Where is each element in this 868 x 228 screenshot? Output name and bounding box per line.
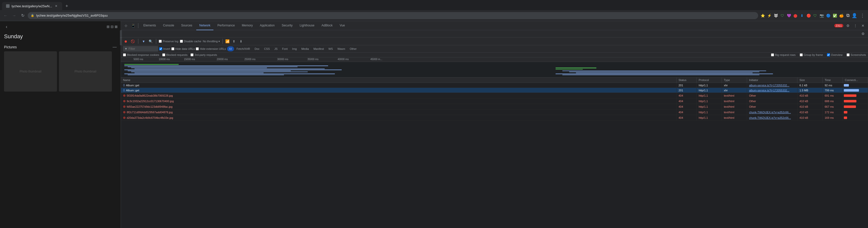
reload-button[interactable]: ↻ [19, 12, 26, 19]
third-party-checkbox[interactable] [190, 53, 193, 56]
search-button[interactable]: 🔍 [148, 38, 153, 44]
disable-cache-label[interactable]: Disable cache [180, 40, 201, 43]
ext-1-icon[interactable]: ⚡ [766, 12, 772, 19]
initiator-link[interactable]: chunk-TWjZ4JEX.js?v=a352c66... [749, 116, 791, 119]
tab-sources[interactable]: Sources [178, 21, 195, 30]
hide-ext-urls-checkbox[interactable] [196, 47, 199, 50]
blocked-response-cookies-label[interactable]: Blocked response cookies [123, 53, 159, 56]
import-button[interactable]: ⬆ [231, 38, 237, 44]
group-by-frame-checkbox[interactable] [800, 53, 803, 56]
tab-close-button[interactable]: ✕ [54, 4, 58, 8]
address-bar[interactable]: 🔒 lychee.test/gallery/w25wNjg8wzVS1_avi6… [28, 12, 758, 19]
grid-view-3-icon[interactable]: ⊠ [115, 25, 118, 29]
filter-toggle-button[interactable]: ▼ [141, 38, 146, 44]
filter-manifest-button[interactable]: Manifest [311, 46, 326, 51]
new-tab-button[interactable]: + [63, 2, 70, 9]
preserve-log-label[interactable]: Preserve log [159, 40, 178, 43]
hide-data-urls-checkbox[interactable] [171, 47, 174, 50]
table-row[interactable]: ⟨⟩ Album::get 201 http/1.1 xhr album-ser… [121, 88, 868, 93]
filter-fetchxhr-button[interactable]: Fetch/XHR [235, 46, 252, 51]
photo-thumbnail-1[interactable]: Photo thumbnail [4, 51, 57, 92]
ext-12-icon[interactable]: 🍊 [838, 12, 844, 19]
filter-all-button[interactable]: All [227, 46, 234, 51]
initiator-link[interactable]: album-service.ts?t=172055332... [749, 84, 789, 87]
tab-performance[interactable]: Performance [214, 21, 238, 30]
tab-adblock[interactable]: AdBlock [318, 21, 336, 30]
tab-memory[interactable]: Memory [239, 21, 256, 30]
hide-data-urls-label[interactable]: Hide data URLs [171, 47, 195, 50]
ext-2-icon[interactable]: 🐺 [773, 12, 779, 19]
screenshots-checkbox[interactable] [846, 53, 849, 56]
record-button[interactable]: ⏺ [123, 38, 128, 44]
initiator-link[interactable]: album-service.ts?t=172055332... [749, 89, 789, 92]
more-menu-button[interactable]: ⋮ [859, 12, 866, 19]
tab-application[interactable]: Application [257, 21, 278, 30]
filter-ws-button[interactable]: WS [326, 46, 335, 51]
extensions-button[interactable]: ⧉ [845, 12, 851, 19]
devtools-settings-button[interactable]: ⚙ [845, 23, 851, 29]
tab-lighthouse[interactable]: Lighthouse [297, 21, 317, 30]
profile-icon[interactable]: 👤 [851, 12, 858, 19]
table-row[interactable]: ⊗ 5f33f14da9a8622eab38b7069228.jpg 404 h… [121, 93, 868, 98]
devtools-device-toolbar[interactable]: 📱 [130, 23, 136, 29]
filter-doc-button[interactable]: Doc [253, 46, 262, 51]
screenshots-label[interactable]: Screenshots [846, 53, 866, 56]
filter-js-button[interactable]: JS [272, 46, 280, 51]
th-connection[interactable]: Connecti... [843, 77, 868, 83]
hide-ext-urls-label[interactable]: Hide extension URLs [196, 47, 226, 50]
blocked-response-cookies-checkbox[interactable] [123, 53, 126, 56]
th-type[interactable]: Type [722, 77, 747, 83]
th-status[interactable]: Status [677, 77, 697, 83]
table-row[interactable]: ⟨⟩ Album::get 201 http/1.1 xhr album-ser… [121, 83, 868, 88]
invert-checkbox[interactable] [159, 47, 162, 50]
ext-3-icon[interactable]: 🛡 [779, 12, 785, 19]
table-row[interactable]: ⊗ fd55ae222757d9dc123db8948fac.jpg 404 h… [121, 104, 868, 109]
table-row[interactable]: ⊗ d20da373da2c4b9c6704bc4fb33e.jpg 404 h… [121, 115, 868, 121]
export-button[interactable]: ⬇ [238, 38, 244, 44]
table-row[interactable]: ⊗ 8f2c711d0fd4dd529567add04878.jpg 404 h… [121, 109, 868, 115]
ext-8-icon[interactable]: 🛡 [812, 12, 818, 19]
devtools-dock-settings[interactable]: ⚙ [860, 31, 866, 37]
table-row[interactable]: ⊗ 9c3c1932a22912cc017130670400.jpg 404 h… [121, 98, 868, 104]
filter-input[interactable] [128, 47, 154, 51]
throttle-arrow[interactable]: ▾ [218, 40, 220, 43]
blocked-requests-checkbox[interactable] [162, 53, 165, 56]
filter-img-button[interactable]: Img [290, 46, 299, 51]
filter-wasm-button[interactable]: Wasm [335, 46, 347, 51]
grid-view-1-icon[interactable]: ⊞ [106, 25, 110, 29]
th-initiator[interactable]: Initiator [747, 77, 798, 83]
ext-5-icon[interactable]: ⬤ [793, 12, 799, 19]
bookmark-icon[interactable]: ⭐ [760, 12, 766, 19]
overview-label[interactable]: Overview [827, 53, 842, 56]
ext-10-icon[interactable]: 🔵 [825, 12, 831, 19]
ext-6-icon[interactable]: ⬇ [799, 12, 805, 19]
tab-security[interactable]: Security [279, 21, 296, 30]
filter-css-button[interactable]: CSS [262, 46, 272, 51]
lychee-back-button[interactable]: ‹ [3, 23, 10, 30]
invert-label[interactable]: Invert [159, 47, 170, 50]
disable-cache-checkbox[interactable] [180, 40, 183, 43]
ext-7-icon[interactable]: 🔴 [806, 12, 812, 19]
tab-elements[interactable]: Elements [140, 21, 159, 30]
active-tab[interactable]: lychee.test/gallery/w25wN... ✕ [2, 2, 62, 10]
tab-vue[interactable]: Vue [337, 21, 348, 30]
devtools-elements-picker[interactable]: ⊹ [123, 23, 129, 29]
th-time[interactable]: Time [823, 77, 843, 83]
big-request-rows-label[interactable]: Big request rows [771, 53, 796, 56]
initiator-link[interactable]: chunk-TWjZ4JEX.js?v=a352c66... [749, 111, 791, 114]
forward-button[interactable]: → [10, 12, 18, 19]
filter-media-button[interactable]: Media [299, 46, 311, 51]
preserve-log-checkbox[interactable] [159, 40, 162, 43]
th-name[interactable]: Name [121, 77, 677, 83]
collapse-button[interactable]: — [113, 45, 117, 49]
devtools-more-button[interactable]: ⋮ [852, 23, 859, 29]
tab-network[interactable]: Network [196, 21, 213, 30]
group-by-frame-label[interactable]: Group by frame [800, 53, 823, 56]
ext-11-icon[interactable]: ✅ [832, 12, 838, 19]
th-protocol[interactable]: Protocol [697, 77, 722, 83]
th-size[interactable]: Size [798, 77, 823, 83]
photo-thumbnail-2[interactable]: Photo thumbnail [59, 51, 112, 92]
overview-checkbox[interactable] [827, 53, 830, 56]
filter-font-button[interactable]: Font [280, 46, 290, 51]
timeline-content[interactable] [121, 62, 868, 77]
